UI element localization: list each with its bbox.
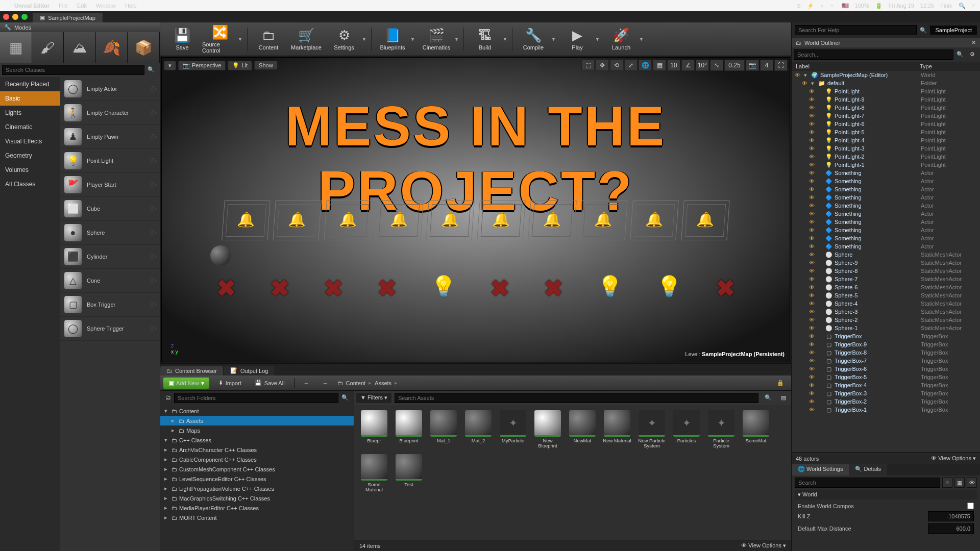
menu-file[interactable]: File <box>59 3 68 9</box>
outliner-row[interactable]: 👁🔷SomethingActor <box>792 185 980 193</box>
outliner-row[interactable]: 👁▢TriggerBox-4TriggerBox <box>792 381 980 389</box>
flag-icon[interactable]: 🇺🇸 <box>842 3 849 9</box>
tree-node-lightpropagationvolume-c-classes[interactable]: ▸🗀 LightPropagationVolume C++ Classes <box>160 484 354 493</box>
info-icon[interactable]: ⓘ <box>150 157 156 165</box>
outliner-row[interactable]: 👁▢TriggerBox-2TriggerBox <box>792 397 980 406</box>
visibility-toggle[interactable]: 👁 <box>809 178 816 184</box>
tree-node-maps[interactable]: ▸🗀 Maps <box>160 425 354 435</box>
property-input[interactable] <box>928 523 974 534</box>
asset-bluepr[interactable]: Bluepr <box>359 410 389 449</box>
info-icon[interactable]: ⓘ <box>150 301 156 309</box>
world-outliner-tab[interactable]: 🗂 World Outliner ✕ <box>792 38 980 47</box>
marketplace-button[interactable]: 🛒Marketplace <box>288 24 324 55</box>
visibility-toggle[interactable]: 👁 <box>809 162 816 168</box>
visibility-toggle[interactable]: 👁 <box>809 398 816 405</box>
source control-dropdown[interactable]: ▼ <box>238 37 244 42</box>
visibility-toggle[interactable]: 👁 <box>802 80 809 86</box>
category-geometry[interactable]: Geometry <box>0 148 60 163</box>
info-icon[interactable]: ⓘ <box>150 181 156 189</box>
actor-cube[interactable]: ⬜Cubeⓘ <box>60 197 160 221</box>
category-lights[interactable]: Lights <box>0 106 60 120</box>
outliner-row[interactable]: 👁▢TriggerBox-7TriggerBox <box>792 357 980 365</box>
tree-node-custommeshcomponent-c-classes[interactable]: ▸🗀 CustomMeshComponent C++ Classes <box>160 464 354 474</box>
lock-button[interactable]: 🔒 <box>773 378 788 388</box>
visibility-toggle[interactable]: 👁 <box>809 276 816 282</box>
category-visual-effects[interactable]: Visual Effects <box>0 134 60 148</box>
outliner-row[interactable]: 👁⚪Sphere-7StaticMeshActor <box>792 275 980 283</box>
visibility-toggle[interactable]: 👁 <box>809 186 816 192</box>
outliner-row[interactable]: 👁⚪Sphere-2StaticMeshActor <box>792 316 980 324</box>
angle-snap-icon[interactable]: ∠ <box>681 60 695 71</box>
outliner-row[interactable]: 👁▢TriggerBox-3TriggerBox <box>792 389 980 397</box>
filters-button[interactable]: ▼ Filters ▾ <box>356 393 391 403</box>
maximize-window-button[interactable] <box>21 14 28 20</box>
settings-dropdown[interactable]: ▼ <box>362 37 368 42</box>
visibility-toggle[interactable]: 👁 <box>809 243 816 249</box>
outliner-row[interactable]: 👁💡PointLightPointLight <box>792 87 980 95</box>
outliner-row[interactable]: 👁💡PointLight-6PointLight <box>792 120 980 128</box>
visibility-toggle[interactable]: 👁 <box>809 235 816 241</box>
outliner-row[interactable]: 👁⚪SphereStaticMeshActor <box>792 251 980 259</box>
outliner-options-button[interactable]: ⚙ <box>967 49 978 60</box>
bluetooth-icon[interactable]: ᚼ <box>820 3 824 9</box>
search-icon[interactable]: 🔍 <box>959 3 966 9</box>
asset-search-input[interactable] <box>395 393 758 403</box>
asset-myparticle[interactable]: ✦MyParticle <box>498 410 528 449</box>
outliner-row[interactable]: 👁⚪Sphere-6StaticMeshActor <box>792 283 980 291</box>
info-icon[interactable]: ⓘ <box>150 229 156 237</box>
scale-snap-icon[interactable]: ⤡ <box>710 60 723 71</box>
section-world[interactable]: ▾ World <box>795 490 977 499</box>
details-view-list[interactable]: ≡ <box>942 478 952 488</box>
content-button[interactable]: 🗀Content <box>251 24 286 55</box>
tree-node-assets[interactable]: ▸🗀 Assets <box>160 416 354 425</box>
asset-somemat[interactable]: SomeMat <box>741 410 771 449</box>
outliner-row[interactable]: 👁⚪Sphere-8StaticMeshActor <box>792 267 980 275</box>
save-button[interactable]: 💾Save <box>164 24 200 55</box>
add-new-button[interactable]: ▣ Add New ▾ <box>163 378 209 389</box>
visibility-toggle[interactable]: 👁 <box>809 170 816 176</box>
world-settings-tab[interactable]: 🌐 World Settings <box>792 464 849 475</box>
visibility-toggle[interactable]: 👁 <box>795 72 802 78</box>
visibility-toggle[interactable]: 👁 <box>809 407 816 413</box>
outliner-row[interactable]: 👁▢TriggerBox-6TriggerBox <box>792 365 980 373</box>
compile-button[interactable]: 🔧Compile <box>516 24 551 55</box>
visibility-toggle[interactable]: 👁 <box>809 374 816 380</box>
viewport-canvas[interactable]: MESS IN THE PROJECT? 🔔🔔🔔🔔🔔🔔🔔🔔🔔🔔 ✖✖✖✖💡✖✖💡… <box>162 58 790 362</box>
breadcrumb[interactable]: 🗀 Content▸ Assets▸ <box>337 380 398 386</box>
visibility-toggle[interactable]: 👁 <box>809 203 816 209</box>
category-cinematic[interactable]: Cinematic <box>0 120 60 134</box>
details-eye-button[interactable]: 👁 <box>967 478 977 488</box>
menu-help[interactable]: Help <box>125 3 137 9</box>
visibility-toggle[interactable]: 👁 <box>809 145 816 152</box>
wifi-icon[interactable]: ᯤ <box>830 3 836 9</box>
menu-window[interactable]: Window <box>96 3 116 9</box>
search-icon[interactable]: 🔍 <box>144 65 158 75</box>
visibility-toggle[interactable]: 👁 <box>809 219 816 225</box>
outliner-row[interactable]: 👁⚪Sphere-4StaticMeshActor <box>792 299 980 308</box>
outliner-row[interactable]: 👁💡PointLight-2PointLight <box>792 153 980 161</box>
close-window-button[interactable] <box>3 14 9 20</box>
actor-box-trigger[interactable]: ▢Box Triggerⓘ <box>60 293 160 317</box>
outliner-row[interactable]: 👁▢TriggerBox-8TriggerBox <box>792 348 980 357</box>
asset-newmat[interactable]: NewMat <box>568 410 597 449</box>
view-options-button[interactable]: 👁 View Options ▾ <box>741 542 786 549</box>
actor-cone[interactable]: △Coneⓘ <box>60 269 160 293</box>
outliner-row[interactable]: 👁💡PointLight-7PointLight <box>792 112 980 120</box>
transform-move-button[interactable]: ✥ <box>596 60 609 71</box>
asset-mat-2[interactable]: Mat_2 <box>463 410 493 449</box>
user[interactable]: Finik <box>940 3 952 9</box>
info-icon[interactable]: ⓘ <box>150 133 156 141</box>
category-all-classes[interactable]: All Classes <box>0 177 60 191</box>
transform-select-button[interactable]: ⬚ <box>581 60 595 71</box>
outliner-row[interactable]: 👁⚪Sphere-3StaticMeshActor <box>792 308 980 316</box>
info-icon[interactable]: ⓘ <box>150 253 156 261</box>
info-icon[interactable]: ⓘ <box>150 85 156 93</box>
build-dropdown[interactable]: ▼ <box>503 37 509 42</box>
asset-test[interactable]: Test <box>394 454 424 493</box>
launch-button[interactable]: 🚀Launch <box>603 24 639 55</box>
actor-cylinder[interactable]: ⬛Cylinderⓘ <box>60 245 160 269</box>
tree-node-archvischaracter-c-classes[interactable]: ▸🗀 ArchVisCharacter C++ Classes <box>160 445 354 455</box>
transform-rotate-button[interactable]: ⟲ <box>610 60 623 71</box>
project-tab[interactable]: ▣ SampleProjectMap <box>33 13 103 22</box>
tree-toggle-button[interactable]: 🗂 <box>162 393 174 403</box>
